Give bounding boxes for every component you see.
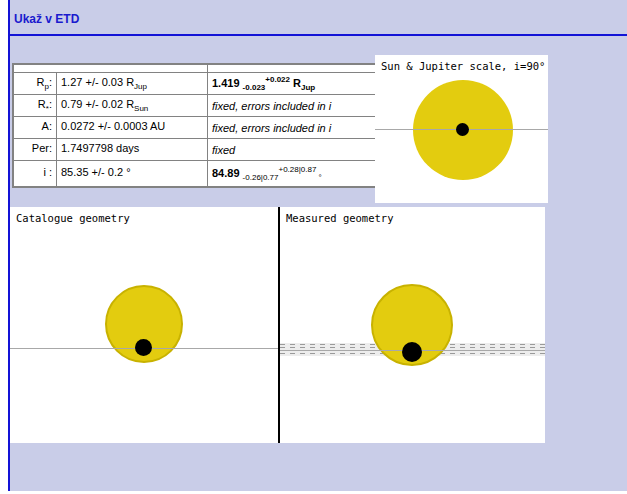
header-cell-etd bbox=[208, 64, 380, 73]
table-header-row bbox=[13, 64, 379, 73]
param-label-per: Per: bbox=[13, 139, 57, 161]
sun-jupiter-scale-panel: Sun & Jupiter scale, i=90° bbox=[375, 55, 548, 203]
param-label-rstar: R*: bbox=[13, 95, 57, 117]
table-row-per: Per: 1.7497798 days fixed bbox=[13, 139, 379, 161]
measured-panel-title: Measured geometry bbox=[286, 212, 393, 224]
etd-value-a: fixed, errors included in i bbox=[208, 117, 380, 139]
catalogue-panel-title: Catalogue geometry bbox=[16, 212, 130, 224]
table-row-a: A: 0.0272 +/- 0.0003 AU fixed, errors in… bbox=[13, 117, 379, 139]
etd-value-rp: 1.419 -0.023+0.022 RJup bbox=[208, 73, 380, 95]
show-in-etd-link[interactable]: Ukaž v ETD bbox=[14, 12, 79, 26]
param-label-a: A: bbox=[13, 117, 57, 139]
param-label-i: i : bbox=[13, 161, 57, 188]
table-row-i: i : 85.35 +/- 0.2 ° 84.89 -0.26|0.77+0.2… bbox=[13, 161, 379, 188]
param-value-rstar: 0.79 +/- 0.02 RSun bbox=[57, 95, 208, 117]
sun-jupiter-panel-title: Sun & Jupiter scale, i=90° bbox=[381, 60, 545, 72]
etd-value-i: 84.89 -0.26|0.77+0.28|0.87 ° bbox=[208, 161, 380, 188]
etd-planet-page: Ukaž v ETD Rp: 1.27 +/- 0.03 RJup 1.419 … bbox=[0, 0, 627, 494]
table-row-rstar: R*: 0.79 +/- 0.02 RSun fixed, errors inc… bbox=[13, 95, 379, 117]
param-value-i: 85.35 +/- 0.2 ° bbox=[57, 161, 208, 188]
planet-dot bbox=[402, 342, 422, 362]
param-value-a: 0.0272 +/- 0.0003 AU bbox=[57, 117, 208, 139]
etd-value-per: fixed bbox=[208, 139, 380, 161]
header-cell-catalogue bbox=[13, 64, 208, 73]
parameters-table: Rp: 1.27 +/- 0.03 RJup 1.419 -0.023+0.02… bbox=[12, 63, 380, 188]
planet-dot bbox=[135, 339, 152, 356]
param-value-per: 1.7497798 days bbox=[57, 139, 208, 161]
header-divider-line bbox=[10, 34, 627, 36]
table-row-rp: Rp: 1.27 +/- 0.03 RJup 1.419 -0.023+0.02… bbox=[13, 73, 379, 95]
catalogue-geometry-panel: Catalogue geometry bbox=[10, 207, 278, 443]
etd-value-rstar: fixed, errors included in i bbox=[208, 95, 380, 117]
param-label-rp: Rp: bbox=[13, 73, 57, 95]
param-value-rp: 1.27 +/- 0.03 RJup bbox=[57, 73, 208, 95]
jupiter-dot bbox=[456, 123, 469, 136]
measured-geometry-panel: Measured geometry bbox=[280, 207, 545, 443]
